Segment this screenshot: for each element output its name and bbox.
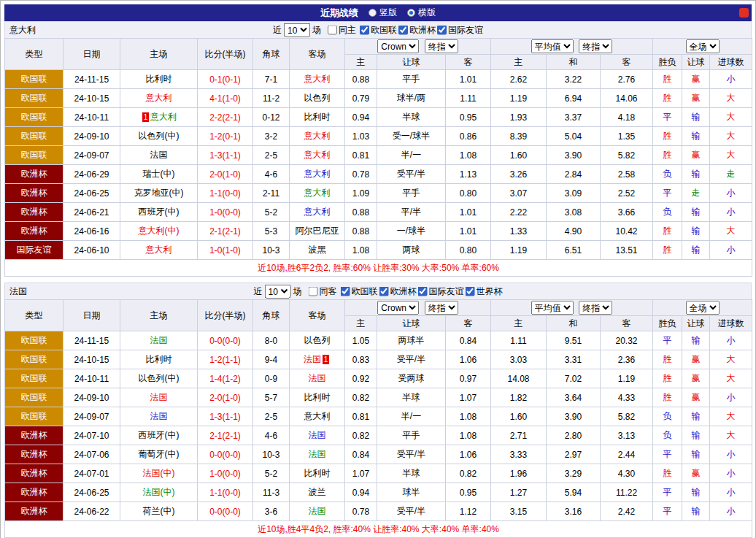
competition-checkbox[interactable] bbox=[437, 26, 447, 35]
competition-filter[interactable]: 欧国联 bbox=[339, 285, 378, 298]
result-goals: 大 bbox=[710, 407, 752, 426]
odds-handicap: 受平/半 bbox=[377, 165, 446, 184]
team-name: 法国 bbox=[9, 285, 27, 298]
fulltime-header: 全场 bbox=[653, 39, 752, 55]
competition-checkbox[interactable] bbox=[418, 287, 428, 296]
competition-badge: 欧国联 bbox=[5, 388, 63, 407]
competition-label: 国际友谊 bbox=[448, 24, 483, 36]
team-label: 意大利 bbox=[304, 74, 331, 84]
competition-badge: 欧国联 bbox=[5, 369, 63, 388]
radio-label: 横版 bbox=[418, 7, 436, 19]
result-winlose: 胜 bbox=[653, 369, 682, 388]
avg-draw: 3.08 bbox=[547, 203, 601, 222]
competition-checkbox[interactable] bbox=[398, 26, 408, 35]
recent-results-panel: 近期战绩 竖版 横版 意大利 近 10 场 同主 欧国联欧洲杯国际友谊 bbox=[0, 0, 756, 538]
match-date: 24-09-07 bbox=[63, 407, 120, 426]
average-select[interactable]: 平均值 bbox=[531, 39, 574, 53]
competition-filter[interactable]: 国际友谊 bbox=[436, 24, 483, 36]
near-label: 近 bbox=[254, 285, 263, 298]
competition-filter[interactable]: 欧国联 bbox=[358, 24, 397, 36]
away-team: 意大利 bbox=[290, 70, 345, 89]
near-label: 近 bbox=[273, 24, 282, 36]
odds-away: 1.01 bbox=[446, 70, 491, 89]
match-row: 欧洲杯 24-07-01 法国(中) 1-0(0-0) 5-2 比利时 1.07… bbox=[5, 464, 752, 483]
final-index-select[interactable]: 终指 bbox=[579, 39, 612, 53]
team-label: 葡萄牙(中) bbox=[139, 449, 180, 459]
bookmaker-select[interactable]: Crown bbox=[377, 39, 419, 53]
average-select[interactable]: 平均值 bbox=[531, 301, 574, 315]
match-row: 欧洲杯 24-07-10 西班牙(中) 2-1(2-1) 4-6 法国 0.82… bbox=[5, 426, 752, 445]
match-date: 24-10-15 bbox=[63, 89, 120, 108]
competition-checkbox[interactable] bbox=[360, 26, 369, 35]
competition-badge: 欧国联 bbox=[5, 89, 63, 108]
away-team: 波兰 bbox=[290, 483, 345, 502]
avg-home: 2.22 bbox=[491, 203, 547, 222]
competition-badge: 欧洲杯 bbox=[5, 483, 63, 502]
same-venue-filter[interactable]: 同主 bbox=[326, 24, 356, 36]
match-date: 24-07-06 bbox=[63, 445, 120, 464]
fulltime-select[interactable]: 全场 bbox=[686, 301, 720, 315]
match-count-select[interactable]: 10 bbox=[284, 23, 310, 37]
layout-option-vertical[interactable]: 竖版 bbox=[369, 7, 397, 19]
competition-badge: 欧国联 bbox=[5, 350, 63, 369]
result-handicap: 赢 bbox=[682, 464, 710, 483]
team-label: 法国 bbox=[150, 335, 168, 345]
competition-checkbox[interactable] bbox=[379, 287, 389, 296]
competition-filter[interactable]: 国际友谊 bbox=[417, 285, 464, 298]
subheader-result-handicap: 让球 bbox=[682, 55, 710, 70]
away-team: 以色列 bbox=[290, 89, 345, 108]
odds-handicap: 半球 bbox=[377, 108, 446, 127]
away-team: 以色列 bbox=[290, 331, 345, 350]
team-label: 意大利 bbox=[304, 169, 331, 179]
avg-draw: 3.90 bbox=[547, 146, 601, 165]
team-label: 法国 bbox=[309, 449, 326, 459]
final-index-select[interactable]: 终指 bbox=[579, 301, 612, 315]
layout-option-horizontal[interactable]: 横版 bbox=[407, 7, 436, 19]
avg-draw: 2.84 bbox=[547, 165, 601, 184]
competition-filter[interactable]: 欧洲杯 bbox=[397, 24, 436, 36]
competition-badge: 欧洲杯 bbox=[5, 426, 63, 445]
corner-score: 5-3 bbox=[253, 222, 290, 241]
final-index-select[interactable]: 终指 bbox=[425, 301, 458, 315]
col-header-score: 比分(半场) bbox=[198, 300, 253, 331]
subheader-avg-draw: 和 bbox=[547, 316, 601, 331]
competition-badge: 欧洲杯 bbox=[5, 222, 63, 241]
match-date: 24-06-21 bbox=[63, 203, 120, 222]
result-handicap: 输 bbox=[682, 165, 710, 184]
result-winlose: 胜 bbox=[653, 241, 682, 260]
avg-draw: 3.16 bbox=[547, 502, 601, 521]
same-venue-filter[interactable]: 同客 bbox=[307, 285, 337, 298]
competition-checkbox[interactable] bbox=[466, 287, 475, 296]
odds-source-header: Crown 终指 bbox=[345, 39, 491, 55]
competition-filter[interactable]: 世界杯 bbox=[464, 285, 503, 298]
competition-checkbox[interactable] bbox=[341, 287, 350, 296]
result-goals: 小 bbox=[710, 203, 752, 222]
away-team: 法国 bbox=[290, 369, 345, 388]
final-index-select[interactable]: 终指 bbox=[425, 39, 458, 53]
radio-label: 竖版 bbox=[379, 7, 397, 19]
team-label: 以色列 bbox=[304, 335, 331, 345]
bookmaker-select[interactable]: Crown bbox=[377, 301, 419, 315]
odds-handicap: 受两球 bbox=[377, 369, 446, 388]
topbar-right-icon[interactable] bbox=[739, 8, 749, 18]
fulltime-select[interactable]: 全场 bbox=[686, 39, 720, 53]
match-count-select[interactable]: 10 bbox=[265, 285, 291, 299]
match-score: 1-2(0-1) bbox=[198, 127, 253, 146]
avg-home: 1.33 bbox=[491, 222, 547, 241]
competition-filter[interactable]: 欧洲杯 bbox=[378, 285, 417, 298]
result-handicap: 输 bbox=[682, 426, 710, 445]
odds-handicap: 平手 bbox=[377, 184, 446, 203]
avg-home: 8.39 bbox=[491, 127, 547, 146]
team-label: 阿尔巴尼亚 bbox=[296, 226, 339, 236]
corner-score: 0-12 bbox=[253, 108, 290, 127]
match-score: 2-2(2-1) bbox=[198, 108, 253, 127]
same-venue-checkbox[interactable] bbox=[309, 287, 318, 296]
section-italy: 意大利 近 10 场 同主 欧国联欧洲杯国际友谊 类型 bbox=[4, 21, 752, 277]
avg-away: 13.51 bbox=[601, 241, 653, 260]
odds-home: 0.92 bbox=[345, 369, 377, 388]
same-venue-checkbox[interactable] bbox=[328, 26, 337, 35]
avg-draw: 3.90 bbox=[547, 407, 601, 426]
result-winlose: 胜 bbox=[653, 89, 682, 108]
col-header-score: 比分(半场) bbox=[198, 39, 253, 70]
avg-draw: 5.04 bbox=[547, 127, 601, 146]
